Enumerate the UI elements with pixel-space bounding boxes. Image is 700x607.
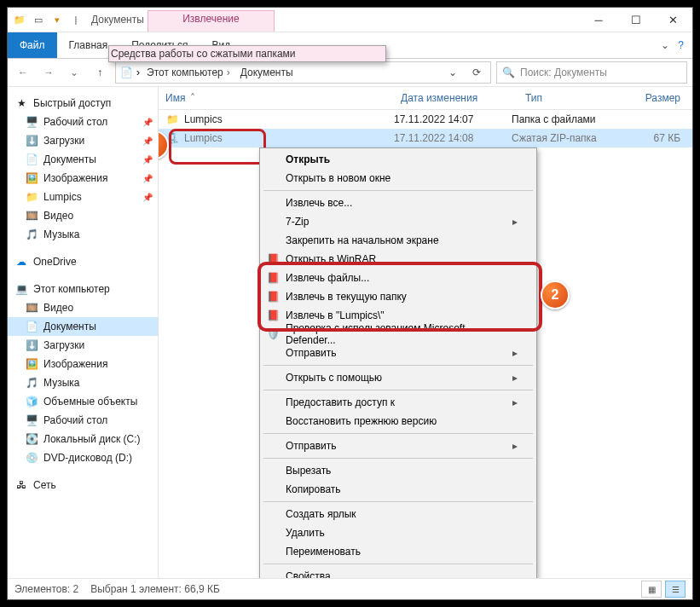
refresh-icon[interactable]: ⟳ (466, 62, 487, 83)
sidebar-item-thispc-3[interactable]: 🖼️Изображения (8, 355, 158, 373)
item-icon: ⬇️ (25, 134, 38, 147)
ctx-item-7[interactable]: 📕Извлечь файлы... (262, 269, 535, 287)
item-icon: 🎞️ (25, 301, 38, 315)
maximize-button[interactable]: ☐ (617, 8, 655, 32)
sidebar-item-thispc-4[interactable]: 🎵Музыка (8, 373, 158, 392)
qat-icon[interactable]: ▭ (32, 13, 45, 26)
dropdown-icon[interactable]: ⌄ (443, 62, 463, 83)
status-selection: Выбран 1 элемент: 66,9 КБ (90, 583, 220, 595)
minimize-button[interactable]: ─ (580, 8, 617, 32)
ribbon-file[interactable]: Файл (8, 32, 57, 58)
pin-icon: 📌 (142, 193, 153, 202)
item-icon: 💿 (25, 451, 38, 465)
qat-dropdown-icon[interactable]: ▾ (50, 13, 64, 26)
ctx-separator (263, 365, 533, 366)
breadcrumb[interactable]: 📄 › Этот компьютер› Документы ⌄ ⟳ (115, 61, 491, 84)
ctx-item-23[interactable]: Создать ярлык (262, 505, 535, 523)
ctx-item-11[interactable]: Отправить▸ (262, 344, 535, 362)
annotation-badge-2: 2 (541, 280, 570, 309)
pin-icon: 📌 (142, 136, 153, 146)
ctx-separator (263, 390, 533, 390)
col-type[interactable]: Тип (518, 92, 634, 104)
col-date[interactable]: Дата изменения (394, 92, 518, 104)
folder-icon: 📁 (165, 113, 179, 126)
item-icon: ⬇️ (25, 338, 38, 352)
search-input[interactable]: 🔍 Поиск: Документы (496, 61, 687, 84)
network-icon: 🖧 (14, 478, 28, 492)
sort-icon: ˄ (190, 92, 195, 104)
star-icon: 💻 (14, 282, 28, 296)
item-icon: 💽 (25, 432, 38, 446)
sidebar-item-thispc-7[interactable]: 💽Локальный диск (C:) (8, 430, 158, 448)
chevron-right-icon: ▸ (512, 396, 518, 408)
ctx-item-24[interactable]: Удалить (262, 523, 535, 542)
chevron-right-icon[interactable]: › (136, 66, 140, 78)
ctx-separator (263, 501, 533, 502)
ctx-item-20[interactable]: Вырезать (262, 461, 535, 480)
crumb-thispc[interactable]: Этот компьютер› (143, 66, 234, 78)
sidebar-network[interactable]: 🖧Сеть (8, 476, 158, 494)
pin-icon: 📌 (142, 155, 153, 165)
ctx-item-5[interactable]: Закрепить на начальном экране (262, 231, 535, 250)
sidebar-item-thispc-0[interactable]: 🎞️Видео (8, 298, 158, 317)
sidebar-head-quick[interactable]: ★Быстрый доступ (8, 94, 158, 113)
folder-icon: 📁 (13, 13, 26, 26)
chevron-right-icon: ▸ (512, 216, 518, 228)
sidebar-item-quick-5[interactable]: 🎞️Видео (8, 206, 158, 225)
crumb-folder[interactable]: Документы (237, 66, 297, 78)
col-size[interactable]: Размер (634, 92, 692, 104)
winrar-icon: 📕 (265, 251, 281, 267)
ctx-item-16[interactable]: Восстановить прежнюю версию (262, 412, 535, 431)
sidebar-item-thispc-8[interactable]: 💿DVD-дисковод (D:) (8, 448, 158, 467)
close-button[interactable]: ✕ (655, 8, 692, 32)
column-headers[interactable]: Имя˄ Дата изменения Тип Размер (159, 87, 692, 110)
sidebar-item-thispc-6[interactable]: 🖥️Рабочий стол (8, 411, 158, 430)
item-icon: 🎵 (25, 228, 38, 241)
sidebar-item-thispc-5[interactable]: 🧊Объемные объекты (8, 392, 158, 411)
ctx-item-18[interactable]: Отправить▸ (262, 436, 535, 455)
ctx-item-15[interactable]: Предоставить доступ к▸ (262, 393, 535, 412)
file-row-1[interactable]: 🗜️Lumpics 17.11.2022 14:08Сжатая ZIP-пап… (159, 129, 692, 147)
address-bar: ← → ⌄ ↑ 📄 › Этот компьютер› Документы ⌄ … (8, 59, 692, 87)
sidebar-onedrive[interactable]: ☁OneDrive (8, 252, 158, 271)
item-icon: 📄 (25, 153, 38, 166)
ribbon-tab-compressed[interactable]: Средства работы со сжатыми папками (108, 45, 386, 62)
sidebar-item-quick-3[interactable]: 🖼️Изображения📌 (8, 169, 158, 188)
back-button[interactable]: ← (13, 62, 33, 83)
ctx-item-6[interactable]: 📕Открыть в WinRAR (262, 250, 535, 269)
recent-button[interactable]: ⌄ (64, 62, 84, 83)
view-details-button[interactable]: ☰ (665, 581, 686, 598)
ctx-item-8[interactable]: 📕Извлечь в текущую папку (262, 287, 535, 306)
sidebar-head-thispc[interactable]: 💻Этот компьютер (8, 280, 158, 298)
ribbon-expand-icon[interactable]: ⌄ (661, 39, 669, 51)
ctx-item-21[interactable]: Копировать (262, 480, 535, 499)
sidebar-item-quick-4[interactable]: 📁Lumpics📌 (8, 188, 158, 206)
ctx-item-25[interactable]: Переименовать (262, 542, 535, 561)
ctx-item-3[interactable]: Извлечь все... (262, 194, 535, 212)
col-name[interactable]: Имя (165, 92, 185, 104)
up-button[interactable]: ↑ (90, 62, 110, 83)
ctx-item-0[interactable]: Открыть (262, 150, 535, 169)
sidebar-item-quick-2[interactable]: 📄Документы📌 (8, 150, 158, 169)
ctx-item-4[interactable]: 7-Zip▸ (262, 212, 535, 231)
chevron-right-icon: ▸ (512, 347, 518, 359)
content-area: Имя˄ Дата изменения Тип Размер 📁Lumpics … (159, 87, 692, 578)
file-row-0[interactable]: 📁Lumpics 17.11.2022 14:07Папка с файлами (159, 110, 692, 129)
ctx-item-13[interactable]: Открыть с помощью▸ (262, 368, 535, 387)
contextual-tab[interactable]: Извлечение (148, 10, 274, 32)
ctx-item-10[interactable]: 🛡️Проверка с использованием Microsoft De… (262, 325, 535, 344)
sidebar-item-thispc-1[interactable]: 📄Документы (8, 317, 158, 336)
sidebar-item-quick-1[interactable]: ⬇️Загрузки📌 (8, 131, 158, 150)
view-thumbs-button[interactable]: ▦ (641, 581, 662, 598)
sidebar-item-thispc-2[interactable]: ⬇️Загрузки (8, 336, 158, 355)
sidebar-item-quick-6[interactable]: 🎵Музыка (8, 225, 158, 244)
item-icon: 🎞️ (25, 209, 38, 223)
chevron-right-icon: ▸ (512, 372, 518, 384)
sidebar-item-quick-0[interactable]: 🖥️Рабочий стол📌 (8, 113, 158, 131)
ctx-separator (263, 190, 533, 191)
ctx-item-27[interactable]: Свойства (262, 567, 535, 578)
ctx-item-1[interactable]: Открыть в новом окне (262, 169, 535, 188)
winrar-icon: 📕 (265, 308, 281, 323)
help-icon[interactable]: ? (678, 39, 684, 51)
forward-button[interactable]: → (38, 62, 59, 83)
